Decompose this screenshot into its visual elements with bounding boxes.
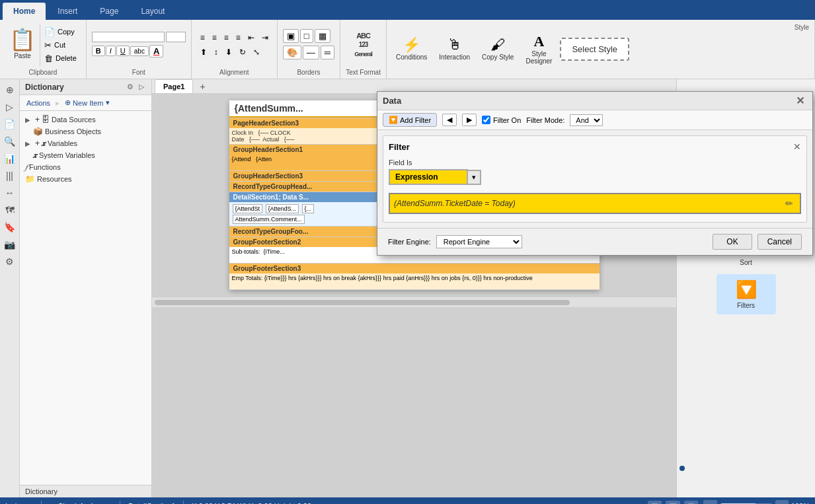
copy-button[interactable]: 📄 Copy — [42, 26, 79, 38]
expression-text: (AttendSumm.TicketDate = Today) — [394, 199, 780, 208]
expression-edit-button[interactable]: ✏ — [783, 197, 796, 210]
view-btn-2[interactable]: ▦ — [666, 501, 680, 505]
font-family-input[interactable] — [92, 32, 165, 42]
tree-data-sources[interactable]: ▶ + 🗄 Data Sources — [22, 114, 149, 126]
view-btn-1[interactable]: ⊞ — [648, 501, 662, 505]
add-page-button[interactable]: + — [194, 80, 210, 93]
filter-footer: Filter Engine: Report Engine Data Source… — [377, 228, 812, 255]
underline-button[interactable]: U — [116, 46, 130, 56]
paste-button[interactable]: 📋 Paste — [5, 24, 40, 66]
tab-page[interactable]: Page — [89, 3, 129, 20]
interaction-button[interactable]: 🖱 Interaction — [435, 36, 474, 63]
h-scrollbar-thumb[interactable] — [155, 300, 570, 305]
field-select-arrow[interactable]: ▾ — [468, 170, 481, 185]
zoom-out-button[interactable]: − — [703, 500, 717, 504]
tab-home[interactable]: Home — [3, 3, 46, 20]
actions-button[interactable]: Actions — [24, 98, 53, 108]
sidebar-icon-8[interactable]: 🗺 — [2, 202, 18, 218]
line-style-button[interactable]: ═ — [321, 46, 334, 59]
conditions-button[interactable]: ⚡ Conditions — [392, 36, 431, 63]
filter-move-left-button[interactable]: ◀ — [442, 114, 457, 126]
filter-mode-select[interactable]: And Or — [570, 114, 603, 126]
filter-move-right-button[interactable]: ▶ — [462, 114, 477, 126]
border-all-button[interactable]: ▦ — [315, 29, 330, 43]
dict-collapse-button[interactable]: ▷ — [137, 82, 146, 92]
tree-system-variables[interactable]: 𝒙 System Variables — [22, 149, 149, 161]
groupfooter3-section: GroupFooterSection3 Emp Totals: {iTime}}… — [229, 264, 600, 290]
font-color-button[interactable]: A — [149, 45, 163, 57]
indent-increase-button[interactable]: ⇥ — [258, 31, 272, 44]
sidebar-icon-7[interactable]: ↔ — [2, 185, 18, 201]
clipboard-group: 📋 Paste 📄 Copy ✂ Cut 🗑 — [0, 20, 87, 79]
align-left-button[interactable]: ≡ — [197, 31, 208, 44]
align-right-button[interactable]: ≡ — [221, 31, 232, 44]
zoom-control: − + 100% — [703, 500, 810, 504]
strikethrough-button[interactable]: abc — [130, 46, 149, 56]
data-dialog-toolbar: 🔽 Add Filter ◀ ▶ Filter On Filter Mode: … — [377, 110, 812, 130]
h-scrollbar[interactable] — [152, 297, 676, 307]
status-bar: Inches ▾ ▶ Check for Issues DetailSectio… — [0, 497, 815, 504]
align-top-button[interactable]: ⬆ — [197, 46, 210, 59]
right-panel-filters[interactable]: 🔽 Filters — [717, 274, 776, 314]
tab-insert[interactable]: Insert — [47, 3, 88, 20]
dict-settings-button[interactable]: ⚙ — [125, 82, 136, 92]
tree-functions[interactable]: 𝑓 Functions — [22, 161, 149, 173]
sidebar-icon-4[interactable]: 🔍 — [2, 133, 18, 149]
sidebar-icon-11[interactable]: ⚙ — [2, 254, 18, 270]
section-body-groupfooter3: Emp Totals: {iTime}}} hrs {akHrs}}} hrs … — [229, 273, 600, 289]
filter-inner-title: Filter — [389, 142, 410, 152]
dict-header: Dictionary ⚙ ▷ — [20, 79, 151, 95]
style-designer-button[interactable]: A StyleDesigner — [522, 32, 556, 67]
copy-style-button[interactable]: 🖌 Copy Style — [478, 36, 518, 63]
sidebar-icon-5[interactable]: 📊 — [2, 151, 18, 166]
tree-resources[interactable]: 📁 Resources — [22, 173, 149, 185]
text-format-button[interactable]: ABC123General — [350, 30, 376, 60]
align-justify-button[interactable]: ≡ — [233, 31, 244, 44]
tree-business-objects[interactable]: 📦 Business Objects — [22, 126, 149, 137]
page-tab-1[interactable]: Page1 — [155, 79, 193, 93]
filter-on-checkbox[interactable]: Filter On — [482, 116, 521, 124]
align-middle-button[interactable]: ↕ — [211, 46, 221, 59]
dot-bottom — [679, 466, 685, 471]
filter-ok-button[interactable]: OK — [713, 234, 752, 250]
filter-inner-close[interactable]: ✕ — [793, 141, 801, 152]
sidebar-icon-3[interactable]: 📄 — [2, 116, 18, 132]
report-title: {AttendSumm... — [235, 103, 303, 114]
sidebar-icon-10[interactable]: 📷 — [2, 236, 18, 252]
sidebar-icon-9[interactable]: 🔖 — [2, 219, 18, 235]
select-style-button[interactable]: Select Style — [560, 38, 629, 61]
filter-cancel-button[interactable]: Cancel — [757, 234, 802, 250]
align-center-button[interactable]: ≡ — [209, 31, 220, 44]
style-group: ⚡ Conditions 🖱 Interaction 🖌 Copy Style — [387, 20, 815, 79]
indent-decrease-button[interactable]: ⇤ — [245, 31, 258, 44]
ribbon-tab-bar: Home Insert Page Layout — [0, 0, 815, 20]
zoom-in-button[interactable]: + — [775, 500, 789, 504]
border-none-button[interactable]: □ — [300, 29, 313, 43]
data-dialog-close-button[interactable]: ✕ — [793, 94, 807, 107]
rotate-button[interactable]: ↻ — [236, 46, 249, 59]
add-filter-button[interactable]: 🔽 Add Filter — [383, 113, 437, 127]
view-btn-3[interactable]: ⊟ — [684, 501, 698, 505]
tree-variables[interactable]: ▶ + 𝒙 Variables — [22, 137, 149, 149]
delete-button[interactable]: 🗑 Delete — [42, 52, 79, 65]
fill-color-button[interactable]: 🎨 — [283, 46, 301, 59]
direction-button[interactable]: ⤡ — [250, 46, 263, 59]
bold-button[interactable]: B — [92, 46, 105, 56]
check-issues-button[interactable]: ▶ Check for Issues — [50, 502, 112, 505]
new-item-button[interactable]: ⊕ New Item ▾ — [62, 97, 112, 108]
line-color-button[interactable]: — — [303, 46, 319, 59]
filter-on-check[interactable] — [482, 116, 490, 124]
cut-button[interactable]: ✂ Cut — [42, 39, 79, 52]
sidebar-icon-2[interactable]: ▷ — [2, 99, 18, 115]
dictionary-panel: Dictionary ⚙ ▷ Actions ▸ ⊕ New Item ▾ ▶ … — [20, 79, 152, 497]
align-bottom-button[interactable]: ⬇ — [222, 46, 235, 59]
tab-layout[interactable]: Layout — [130, 3, 175, 20]
sidebar-icon-6[interactable]: ||| — [2, 168, 18, 184]
units-control[interactable]: Inches ▾ — [5, 502, 33, 505]
border-style-button[interactable]: ▣ — [283, 29, 299, 43]
filter-engine-select[interactable]: Report Engine Data Source — [436, 235, 522, 248]
sidebar-icon-1[interactable]: ⊕ — [2, 82, 18, 98]
italic-button[interactable]: I — [106, 46, 116, 56]
field-select-box[interactable]: Expression — [389, 169, 468, 185]
font-size-input[interactable] — [166, 32, 186, 42]
